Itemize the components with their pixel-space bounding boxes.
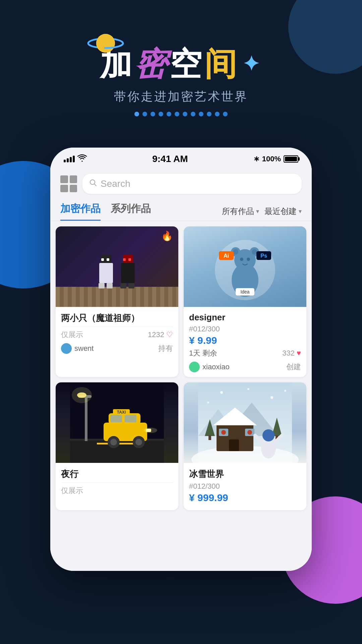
hero-section: 加 密 空 间 ✦ 带你走进加密艺术世界 — [0, 0, 362, 116]
flame-decoration: 🔥 — [161, 230, 173, 241]
owner-avatar-1 — [61, 343, 72, 354]
filter-all-works[interactable]: 所有作品 ▾ — [222, 206, 259, 217]
svg-point-66 — [221, 430, 226, 435]
grid-icon[interactable] — [60, 175, 77, 192]
card-edition-4: #012/300 — [189, 482, 301, 491]
svg-rect-9 — [107, 258, 109, 261]
card-meta-3: 仅展示 — [61, 486, 173, 496]
dots-indicator — [0, 112, 362, 116]
app-content: Search 加密作品 系列作品 所有作品 ▾ 最近创建 ▾ — [50, 168, 312, 571]
svg-point-50 — [135, 439, 142, 445]
owner-avatar-2 — [189, 362, 200, 372]
card-likes-1: 1232 ♡ — [148, 330, 173, 339]
svg-rect-11 — [107, 283, 113, 288]
battery-icon — [284, 155, 298, 163]
svg-point-67 — [247, 430, 252, 435]
nft-card-2[interactable]: Ai Ps Idea designer #012/300 ¥ 9.99 — [184, 226, 306, 377]
search-bar[interactable]: Search — [82, 174, 302, 194]
phone-mockup: 9:41 AM ∗ 100% — [50, 148, 312, 571]
card-title-4: 冰雪世界 — [189, 468, 301, 480]
card-edition-2: #012/300 — [189, 325, 301, 333]
card-likes-2: 332 ♥ — [282, 349, 301, 358]
sparkle-icon: ✦ — [243, 53, 262, 75]
owner-role-2: 创建 — [286, 362, 301, 372]
nft-image-1: 🔥 — [56, 226, 178, 307]
svg-text:Idea: Idea — [240, 289, 249, 294]
svg-text:Ps: Ps — [260, 253, 267, 259]
chevron-down-icon-2: ▾ — [299, 208, 302, 215]
svg-point-25 — [240, 258, 243, 261]
dot-6 — [175, 112, 179, 116]
svg-point-76 — [284, 390, 286, 392]
nft-card-4[interactable]: 冰雪世界 #012/300 ¥ 999.99 — [184, 382, 306, 510]
filter-recent[interactable]: 最近创建 ▾ — [264, 206, 302, 217]
chevron-down-icon: ▾ — [256, 208, 259, 215]
svg-point-52 — [144, 428, 157, 433]
card-owner-2: xiaoxiao 创建 — [189, 362, 301, 372]
planet-icon — [87, 28, 124, 65]
card-price-2: ¥ 9.99 — [189, 335, 301, 346]
card-info-2: designer #012/300 ¥ 9.99 1天 剩余 332 ♥ — [184, 307, 306, 377]
card-info-1: 两小只（魔道祖师） 仅展示 1232 ♡ swe — [56, 307, 178, 359]
svg-point-72 — [220, 391, 223, 394]
svg-rect-17 — [128, 283, 134, 288]
svg-point-40 — [72, 387, 92, 403]
svg-line-5 — [94, 184, 96, 186]
svg-point-73 — [247, 388, 249, 390]
search-icon — [89, 179, 97, 189]
tab-encrypted-works[interactable]: 加密作品 — [60, 202, 101, 221]
nft-card-1[interactable]: 🔥 两小只（魔道祖师） 仅展示 1232 ♡ — [56, 226, 178, 377]
owner-name-2: xiaoxiao — [202, 363, 230, 371]
nft-image-2: Ai Ps Idea — [184, 226, 306, 307]
dot-2 — [142, 112, 147, 116]
card-meta-2: 1天 剩余 332 ♥ — [189, 348, 301, 358]
wifi-icon — [77, 154, 87, 164]
top-bar: Search — [50, 168, 312, 199]
phone-frame: 9:41 AM ∗ 100% — [50, 148, 312, 571]
signal-bars — [64, 156, 75, 162]
svg-rect-43 — [110, 415, 122, 422]
svg-text:TAXI: TAXI — [117, 410, 126, 415]
nft-image-4 — [184, 382, 306, 463]
battery-percent: 100% — [262, 155, 281, 163]
status-bar: 9:41 AM ∗ 100% — [50, 148, 312, 168]
card-meta-1: 仅展示 1232 ♡ — [61, 330, 173, 340]
dot-5 — [167, 112, 171, 116]
svg-point-2 — [96, 34, 115, 53]
svg-point-69 — [262, 429, 275, 441]
svg-rect-10 — [99, 283, 105, 288]
svg-point-24 — [252, 249, 257, 255]
heart-icon-1: ♡ — [166, 330, 173, 339]
dot-9 — [199, 112, 203, 116]
svg-point-26 — [247, 258, 250, 261]
card-info-4: 冰雪世界 #012/300 ¥ 999.99 — [184, 463, 306, 510]
card-owner-1: swent 持有 — [61, 343, 173, 354]
heart-icon-2: ♥ — [297, 349, 301, 358]
card-price-4: ¥ 999.99 — [189, 492, 301, 503]
svg-rect-13 — [121, 263, 135, 283]
svg-point-75 — [207, 401, 209, 404]
svg-text:Ai: Ai — [224, 253, 229, 259]
dot-4 — [159, 112, 163, 116]
pixel-figures — [99, 255, 135, 288]
tab-bar: 加密作品 系列作品 所有作品 ▾ 最近创建 ▾ — [50, 199, 312, 221]
dot-8 — [191, 112, 195, 116]
status-left — [64, 154, 87, 164]
svg-point-74 — [270, 396, 273, 399]
card-days-2: 1天 剩余 — [189, 348, 217, 358]
tab-group: 加密作品 系列作品 — [60, 202, 151, 221]
card-info-3: 夜行 仅展示 — [56, 463, 178, 500]
status-right: ∗ 100% — [253, 155, 298, 163]
svg-rect-14 — [123, 258, 126, 261]
dot-10 — [207, 112, 212, 116]
hero-title: 加 密 空 间 ✦ — [0, 46, 362, 82]
svg-rect-8 — [101, 258, 104, 261]
svg-rect-44 — [125, 415, 136, 422]
svg-rect-16 — [120, 283, 126, 288]
nft-card-3[interactable]: TAXI 夜行 — [56, 382, 178, 510]
bluetooth-icon: ∗ — [253, 155, 259, 163]
tab-series-works[interactable]: 系列作品 — [111, 202, 151, 221]
filter-group: 所有作品 ▾ 最近创建 ▾ — [222, 206, 302, 217]
svg-rect-7 — [99, 263, 113, 283]
dot-7 — [183, 112, 187, 116]
